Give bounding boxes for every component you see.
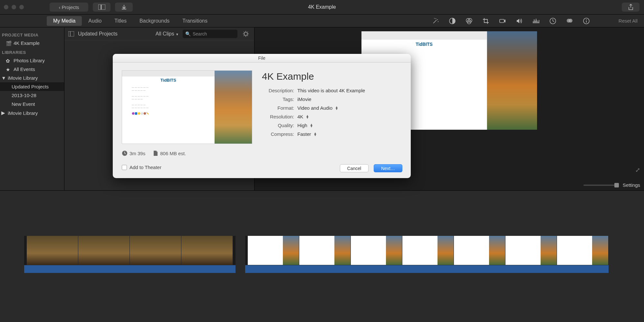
settings-button[interactable]: Settings [623,182,640,188]
zoom-icon[interactable] [19,5,24,9]
audio-track[interactable] [245,265,609,273]
speed-icon[interactable] [549,17,557,25]
sidebar-item-label: Updated Projects [12,84,49,89]
audio-track[interactable] [24,265,235,273]
checkbox[interactable] [122,165,127,170]
dialog-buttons: Cancel Next… [340,164,402,172]
select-arrows-icon: ▲▼ [310,124,313,127]
filter-icon[interactable] [566,17,573,25]
svg-rect-6 [500,19,504,23]
svg-point-11 [586,19,587,20]
export-heading: 4K Example [262,71,402,82]
titlebar: ‹ Projects 4K Example [0,0,644,15]
zoom-slider[interactable] [583,185,619,186]
select-arrows-icon: ▲▼ [306,115,309,119]
disclosure-right-icon[interactable]: ▶ [1,110,5,116]
sidebar-item-updated-projects[interactable]: Updated Projects [0,82,64,91]
sidebar-item-label: 2013-10-28 [12,93,36,98]
tab-transitions[interactable]: Transitions [176,16,214,26]
quality-select[interactable]: High▲▼ [297,123,313,128]
sidebar-item-label: iMovie Library [8,75,38,81]
projects-button[interactable]: ‹ Projects [50,3,88,12]
svg-point-9 [569,19,572,23]
export-meta: 3m 39s 806 MB est. [122,150,252,156]
sidebar-item-imovie-library-2[interactable]: ▶ iMovie Library [0,108,64,117]
disclosure-down-icon[interactable]: ▼ [1,75,5,81]
tab-backgrounds[interactable]: Backgrounds [133,16,176,26]
sidebar-heading-libraries: LIBRARIES [0,47,64,56]
quality-label: Quality: [262,123,297,128]
tab-my-media[interactable]: My Media [47,16,82,26]
star-icon: ★ [6,67,11,72]
flower-icon: ✿ [6,58,11,63]
svg-rect-1 [101,5,105,10]
cancel-button[interactable]: Cancel [340,164,369,172]
viewer-settings-row: Settings [583,182,640,188]
export-filesize: 806 MB est. [160,151,186,156]
color-correction-icon[interactable] [465,17,473,25]
minimize-icon[interactable] [12,5,16,9]
sidebar-toggle-icon[interactable] [68,31,74,36]
timeline-clip-1[interactable] [24,236,235,273]
description-field[interactable]: This video is about 4K Example [297,88,365,93]
timeline-clip-2[interactable] [245,236,609,273]
compress-select[interactable]: Faster▲▼ [297,131,317,137]
library-view-button[interactable] [93,3,111,12]
resolution-label: Resolution: [262,114,297,119]
enhance-icon[interactable] [432,17,439,25]
window-controls [4,5,24,9]
resolution-select[interactable]: 4K▲▼ [297,114,309,119]
chevron-left-icon: ‹ [59,5,60,10]
import-button[interactable] [115,3,133,12]
projects-label: Projects [62,5,79,10]
info-icon[interactable] [582,17,590,25]
color-balance-icon[interactable] [448,17,456,25]
search-placeholder: Search [193,31,207,36]
expand-icon[interactable]: ⤢ [635,166,640,174]
format-select[interactable]: Video and Audio▲▼ [297,105,338,111]
settings-gear-icon[interactable] [241,29,250,38]
export-preview-column: TidBITS — — — — — —— — — — —— — — — — ——… [122,70,252,170]
add-to-theater-row[interactable]: Add to Theater [122,165,252,170]
sidebar-item-label: Photos Library [14,58,45,63]
sidebar-item-new-event[interactable]: New Event [0,100,64,108]
sidebar-heading-project: PROJECT MEDIA [0,30,64,39]
sidebar-item-date[interactable]: 2013-10-28 [0,91,64,100]
preview-logo: TidBITS [122,76,215,84]
add-to-theater-label: Add to Theater [130,165,161,170]
timeline[interactable] [0,190,644,322]
close-icon[interactable] [4,5,8,9]
sidebar-item-project[interactable]: 🎬 4K Example [0,39,64,47]
sidebar-item-all-events[interactable]: ★ All Events [0,65,64,74]
export-preview-thumbnail: TidBITS — — — — — —— — — — —— — — — — ——… [122,70,252,144]
search-input[interactable]: 🔍 Search [183,30,237,38]
reset-all-button[interactable]: Reset All [619,18,638,24]
adjustment-tools: Reset All [432,15,644,27]
preview-mountain [487,31,537,130]
sidebar: PROJECT MEDIA 🎬 4K Example LIBRARIES ✿ P… [0,27,64,190]
media-tabs: My Media Audio Titles Backgrounds Transi… [0,15,214,27]
clip-filter-dropdown[interactable]: All Clips ▼ [156,31,179,37]
noise-reduction-icon[interactable] [532,17,540,25]
sidebar-item-imovie-library[interactable]: ▼ iMovie Library [0,74,64,82]
preview-logo: TidBITS [361,40,487,49]
tags-field[interactable]: iMovie [297,96,311,102]
share-button[interactable] [622,3,639,12]
stabilization-icon[interactable] [499,17,506,25]
format-label: Format: [262,105,297,111]
tab-titles[interactable]: Titles [108,16,133,26]
export-duration: 3m 39s [130,151,145,156]
clock-icon [122,150,128,156]
select-arrows-icon: ▲▼ [335,106,338,110]
crop-icon[interactable] [482,17,490,25]
clapperboard-icon: 🎬 [6,41,11,46]
next-button[interactable]: Next… [374,164,402,172]
search-icon: 🔍 [185,31,191,36]
sidebar-item-label: 4K Example [14,40,40,46]
tags-label: Tags: [262,96,297,102]
svg-rect-12 [68,31,74,36]
sidebar-item-photos[interactable]: ✿ Photos Library [0,56,64,65]
tab-audio[interactable]: Audio [82,16,108,26]
browser-toolbar: Updated Projects All Clips ▼ 🔍 Search [64,27,254,40]
volume-icon[interactable] [515,17,523,25]
